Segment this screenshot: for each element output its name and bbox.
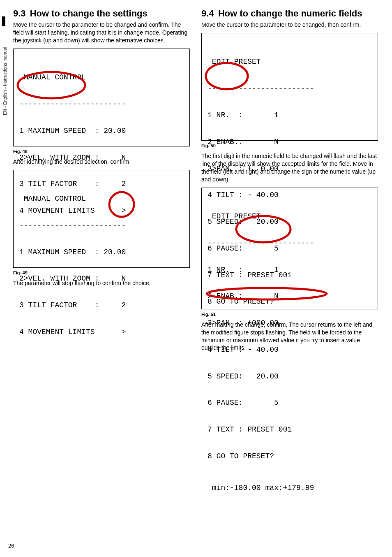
side-rail: EN - English - Instructions manual: [0, 8, 13, 356]
term-title: EDIT PRESET: [208, 58, 372, 67]
section-title: How to change the numeric fields: [218, 8, 362, 19]
terminal-fig50: EDIT PRESET ------------------------ 1 N…: [201, 33, 378, 141]
term-title: MANUAL CONTROL: [19, 195, 184, 204]
term-footer-text: min:-180.00 max:+179.99: [212, 484, 314, 492]
terminal-fig48: MANUAL CONTROL ------------------------ …: [13, 49, 190, 146]
side-marker: [2, 16, 5, 26]
term-row: 3>PAN : +000.00: [208, 319, 372, 328]
term-row: 6 PAUSE: 5: [208, 399, 372, 408]
term-row: 8 GO TO PRESET?: [208, 452, 372, 461]
term-row: 2 ENAB.: N: [208, 292, 372, 301]
term-sep: ------------------------: [208, 239, 372, 248]
term-row: 2 ENAB.: N: [208, 138, 372, 147]
term-row: 1 MAXIMUM SPEED : 20.00: [19, 248, 184, 257]
term-row: 2>VEL. WITH ZOOM : N: [19, 153, 184, 162]
term-row: 4 MOVEMENT LIMITS >: [19, 328, 184, 337]
section-number: 9.4: [201, 8, 214, 19]
term-footer: min:-180.00 max:+179.99: [208, 484, 372, 493]
term-row: 1 NR. : 1: [208, 111, 372, 120]
section-9-3-heading: 9.3 How to change the settings: [13, 8, 190, 19]
term-row: 3>PAN : + 0.00: [208, 165, 372, 174]
left-column: 9.3 How to change the settings Move the …: [13, 8, 190, 356]
term-row: 7 TEXT : PRESET 001: [208, 425, 372, 434]
term-title: EDIT PRESET: [208, 212, 372, 221]
page-number: 26: [8, 543, 14, 549]
terminal-fig49: MANUAL CONTROL ------------------------ …: [13, 170, 190, 268]
section-title: How to change the settings: [30, 8, 148, 19]
term-row: 2>VEL. WITH ZOOM : N: [19, 274, 184, 283]
right-column: 9.4 How to change the numeric fields Mov…: [201, 8, 378, 356]
term-title: MANUAL CONTROL: [19, 73, 184, 82]
section-9-4-heading: 9.4 How to change the numeric fields: [201, 8, 378, 19]
intro-9-4: Move the cursor to the parameter to be c…: [201, 21, 378, 29]
term-row: 4 TILT : - 40.00: [208, 346, 372, 355]
term-row: 5 SPEED: 20.00: [208, 372, 372, 381]
term-row: 1 NR. : 1: [208, 266, 372, 275]
section-number: 9.3: [13, 8, 26, 19]
term-sep: ------------------------: [208, 84, 372, 93]
side-language-label: EN - English - Instructions manual: [2, 47, 7, 115]
term-sep: ------------------------: [19, 221, 184, 230]
term-sep: ------------------------: [19, 100, 184, 109]
term-row: 3 TILT FACTOR : 2: [19, 301, 184, 310]
intro-9-3: Move the cursor to the parameter to be c…: [13, 21, 190, 44]
term-row: 1 MAXIMUM SPEED : 20.00: [19, 127, 184, 136]
terminal-fig51: EDIT PRESET ------------------------ 1 N…: [201, 188, 378, 309]
